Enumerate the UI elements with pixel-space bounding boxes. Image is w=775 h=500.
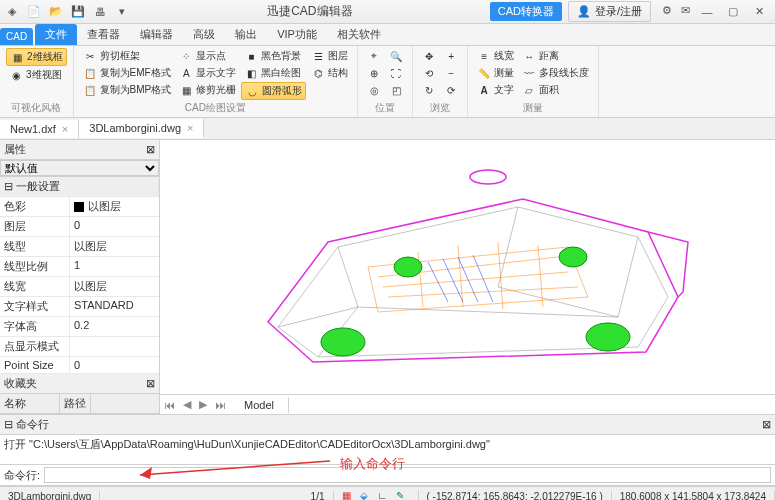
prop-val[interactable]: 以图层: [70, 277, 159, 296]
model-tab-prev[interactable]: ◀: [179, 398, 195, 411]
properties-default-select[interactable]: 默认值: [0, 160, 159, 176]
ribbon-pos-4[interactable]: 🔍: [386, 48, 406, 64]
ribbon-black-bg[interactable]: ■黑色背景: [241, 48, 306, 64]
menu-corner[interactable]: CAD: [0, 28, 33, 45]
open-icon[interactable]: 📂: [48, 4, 64, 20]
login-label: 登录/注册: [595, 4, 642, 19]
snap-icon[interactable]: ⬙: [360, 490, 374, 501]
close-tab-icon[interactable]: ×: [62, 123, 68, 135]
prop-val[interactable]: STANDARD: [70, 297, 159, 316]
menu-tab-related[interactable]: 相关软件: [327, 24, 391, 45]
ribbon-browse-2[interactable]: ⟲: [419, 65, 439, 81]
doc-tab[interactable]: 3DLamborgini.dwg×: [79, 119, 204, 138]
panel-close-icon[interactable]: ⊠: [762, 418, 771, 431]
new-icon[interactable]: 📄: [26, 4, 42, 20]
ribbon-3d-view[interactable]: ◉3维视图: [6, 67, 67, 83]
status-file: 3DLamborgini.dwg: [0, 491, 100, 500]
dropdown-icon[interactable]: ▾: [114, 4, 130, 20]
minimize-button[interactable]: —: [695, 3, 719, 21]
ruler-icon: 📏: [477, 66, 491, 80]
close-button[interactable]: ✕: [747, 3, 771, 21]
grid-icon[interactable]: ▦: [342, 490, 356, 501]
ribbon-bw-draw[interactable]: ◧黑白绘图: [241, 65, 306, 81]
prop-val[interactable]: 以图层: [70, 237, 159, 256]
ribbon-browse-4[interactable]: +: [441, 48, 461, 64]
model-tab[interactable]: Model: [230, 397, 289, 413]
ribbon-show-text[interactable]: A显示文字: [176, 65, 239, 81]
viewport-canvas[interactable]: [160, 140, 775, 394]
favorites-table: 名称路径: [0, 394, 159, 414]
ribbon-polyline-length[interactable]: 〰多段线长度: [519, 65, 592, 81]
ribbon-distance[interactable]: ↔距离: [519, 48, 592, 64]
prop-group[interactable]: ⊟ 一般设置: [0, 177, 159, 196]
print-icon[interactable]: 🖶: [92, 4, 108, 20]
panel-close-icon[interactable]: ⊠: [146, 143, 155, 156]
menu-tab-editor[interactable]: 编辑器: [130, 24, 183, 45]
mail-icon[interactable]: ✉: [677, 3, 693, 19]
ribbon-smooth-arc[interactable]: ◡圆滑弧形: [241, 82, 306, 100]
ribbon-trim-raster[interactable]: ▦修剪光栅: [176, 82, 239, 98]
orbit-icon: ⟲: [422, 66, 436, 80]
panel-close-icon[interactable]: ⊠: [146, 377, 155, 390]
text2-icon: A: [477, 83, 491, 97]
maximize-button[interactable]: ▢: [721, 3, 745, 21]
prop-val[interactable]: 0: [70, 217, 159, 236]
ribbon-structure[interactable]: ⌬结构: [308, 65, 351, 81]
ribbon-browse-1[interactable]: ✥: [419, 48, 439, 64]
prop-val[interactable]: 0.2: [70, 317, 159, 336]
model-tab-first[interactable]: ⏮: [160, 399, 179, 411]
command-input[interactable]: [44, 467, 771, 483]
menu-tab-output[interactable]: 输出: [225, 24, 267, 45]
ribbon-browse-3[interactable]: ↻: [419, 82, 439, 98]
ribbon-text[interactable]: A文字: [474, 82, 517, 98]
ribbon-layers[interactable]: ☰图层: [308, 48, 351, 64]
doc-tab[interactable]: New1.dxf×: [0, 120, 79, 138]
menu-tab-vip[interactable]: VIP功能: [267, 24, 327, 45]
menu-tab-advanced[interactable]: 高级: [183, 24, 225, 45]
close-tab-icon[interactable]: ×: [187, 122, 193, 134]
cad-convert-button[interactable]: CAD转换器: [490, 2, 562, 21]
cad-logo-icon: ◈: [4, 4, 20, 20]
prop-val[interactable]: 0: [70, 357, 159, 373]
ribbon-pos-3[interactable]: ◎: [364, 82, 384, 98]
prop-key: Point Size: [0, 357, 70, 373]
prop-val[interactable]: 1: [70, 257, 159, 276]
ribbon-show-points[interactable]: ⁘显示点: [176, 48, 239, 64]
ribbon-copy-emf[interactable]: 📋复制为EMF格式: [80, 65, 175, 81]
ribbon-pos-1[interactable]: ⌖: [364, 48, 384, 64]
user-icon: 👤: [577, 5, 591, 18]
bmp-icon: 📋: [83, 83, 97, 97]
polar-icon[interactable]: ✎: [396, 490, 410, 501]
ribbon-group-label: CAD绘图设置: [80, 100, 352, 117]
ribbon-clip-frame[interactable]: ✂剪切框架: [80, 48, 175, 64]
menu-tab-file[interactable]: 文件: [35, 24, 77, 45]
prop-key: 线型: [0, 237, 70, 256]
ribbon-pos-5[interactable]: ⛶: [386, 65, 406, 81]
status-page: 1/1: [303, 491, 334, 500]
ribbon-lineweight[interactable]: ≡线宽: [474, 48, 517, 64]
model-tab-last[interactable]: ⏭: [211, 399, 230, 411]
settings-icon[interactable]: ⚙: [659, 3, 675, 19]
save-icon[interactable]: 💾: [70, 4, 86, 20]
login-button[interactable]: 👤 登录/注册: [568, 1, 651, 22]
ribbon-2d-wireframe[interactable]: ▦2维线框: [6, 48, 67, 66]
ribbon-browse-5[interactable]: −: [441, 65, 461, 81]
ribbon-browse-6[interactable]: ⟳: [441, 82, 461, 98]
ortho-icon[interactable]: ∟: [378, 490, 392, 501]
ribbon-area[interactable]: ▱面积: [519, 82, 592, 98]
status-coords: ( -152.8714; 165.8643; -2.012279E-16 ): [419, 491, 612, 500]
ribbon-group-label: 位置: [364, 100, 406, 117]
car-wireframe: [218, 147, 718, 387]
ribbon-copy-bmp[interactable]: 📋复制为BMP格式: [80, 82, 175, 98]
ribbon-measure[interactable]: 📏测量: [474, 65, 517, 81]
layers-icon: ☰: [311, 49, 325, 63]
prop-val[interactable]: [70, 337, 159, 356]
fav-col-path[interactable]: 路径: [60, 394, 91, 413]
model-tab-next[interactable]: ▶: [195, 398, 211, 411]
menu-tab-viewer[interactable]: 查看器: [77, 24, 130, 45]
fav-col-name[interactable]: 名称: [0, 394, 60, 413]
prop-val[interactable]: 以图层: [70, 197, 159, 216]
ribbon-pos-2[interactable]: ⊕: [364, 65, 384, 81]
ribbon-pos-6[interactable]: ◰: [386, 82, 406, 98]
bg-icon: ■: [244, 49, 258, 63]
